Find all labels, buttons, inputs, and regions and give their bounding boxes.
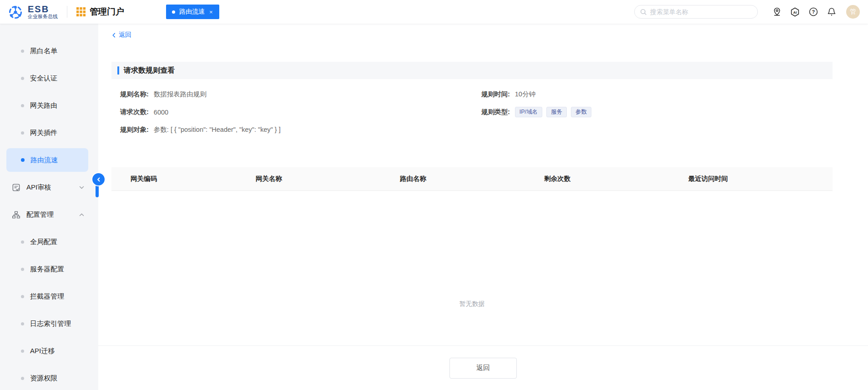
col-gateway-code: 网关编码 [111, 175, 256, 183]
rule-detail-panel: 请求数规则查看 规则名称: 数据报表路由规则 请求次数: 6000 规则对象: … [98, 39, 868, 345]
sidebar-item-route-speed-wrap: 路由流速 [0, 146, 98, 174]
sidebar-item-label: 路由流速 [30, 156, 58, 165]
main-area: 返回 请求数规则查看 规则名称: 数据报表路由规则 请求次数: 6000 [98, 24, 868, 390]
svg-text:?: ? [812, 9, 814, 15]
esb-logo: ESB 企业服务总线 [7, 4, 58, 20]
sidebar-item-route-speed[interactable]: 路由流速 [6, 148, 88, 172]
bullet-icon [21, 322, 24, 325]
search-icon [640, 9, 647, 15]
sidebar-item-interceptor-mgmt[interactable]: 拦截器管理 [0, 283, 98, 310]
field-label: 规则名称: [120, 90, 149, 99]
footer-bar: 返回 [98, 345, 868, 390]
sidebar-item-blacklist[interactable]: 黑白名单 [0, 37, 98, 65]
svg-text:AI: AI [793, 10, 797, 14]
sidebar-item-label: 资源权限 [30, 374, 57, 383]
help-icon[interactable]: ? [808, 7, 818, 17]
bullet-icon [21, 131, 24, 135]
bullet-icon [21, 158, 25, 162]
location-icon[interactable] [772, 7, 782, 17]
field-value: 数据报表路由规则 [154, 90, 207, 99]
app-header: ESB 企业服务总线 管理门户 路由流速 × [0, 0, 868, 24]
field-rule-object: 规则对象: 参数: [ { "position": "Header", "key… [120, 121, 481, 139]
col-remaining-count: 剩余次数 [544, 175, 688, 183]
bullet-icon [21, 295, 24, 298]
bullet-icon [21, 50, 24, 53]
return-button[interactable]: 返回 [449, 358, 517, 379]
sidebar-item-label: 安全认证 [30, 74, 57, 83]
back-link[interactable]: 返回 [111, 31, 131, 39]
header-divider [67, 6, 67, 18]
sidebar-item-api-migration[interactable]: API迁移 [0, 337, 98, 365]
field-rule-type: 规则类型: IP/域名 服务 参数 [481, 103, 833, 121]
esb-logo-icon [7, 4, 24, 20]
sidebar-item-server-config[interactable]: 服务器配置 [0, 255, 98, 283]
col-route-name: 路由名称 [400, 175, 544, 183]
bullet-icon [21, 240, 24, 244]
field-rule-name: 规则名称: 数据报表路由规则 [120, 85, 481, 103]
chevron-up-icon [79, 212, 85, 218]
rule-type-tag: 服务 [546, 107, 567, 117]
sidebar-item-label: 配置管理 [26, 210, 54, 219]
gateway-table: 网关编码 网关名称 路由名称 剩余次数 最近访问时间 暂无数据 [111, 167, 833, 308]
sidebar-item-security-auth[interactable]: 安全认证 [0, 65, 98, 92]
grid-icon [76, 7, 86, 16]
sidebar-item-label: 黑白名单 [30, 47, 57, 55]
rule-type-tag: IP/域名 [515, 107, 542, 117]
chevron-down-icon [79, 185, 85, 190]
logo-title: ESB [28, 5, 58, 14]
field-value: 10分钟 [515, 90, 535, 99]
config-sitemap-icon [12, 210, 20, 219]
sidebar-item-global-config[interactable]: 全局配置 [0, 228, 98, 255]
logo-subtitle: 企业服务总线 [28, 14, 58, 20]
api-audit-icon [12, 183, 20, 192]
sidebar-group-config-mgmt[interactable]: 配置管理 [0, 201, 98, 228]
sidebar-item-label: 日志索引管理 [30, 320, 71, 328]
section-header: 请求数规则查看 [111, 62, 833, 79]
sidebar-item-gateway-plugin[interactable]: 网关插件 [0, 119, 98, 146]
menu-search[interactable] [634, 5, 758, 19]
empty-state: 暂无数据 [111, 191, 833, 308]
bell-icon[interactable] [826, 7, 837, 17]
col-gateway-name: 网关名称 [256, 175, 400, 183]
portal-heading: 管理门户 [76, 6, 124, 18]
sidebar-item-label: 拦截器管理 [30, 292, 64, 301]
sidebar-item-label: 全局配置 [30, 238, 57, 246]
tab-active-dot-icon [172, 10, 175, 14]
sidebar-item-label: API迁移 [30, 347, 55, 355]
field-value: 6000 [154, 109, 168, 116]
field-request-count: 请求次数: 6000 [120, 103, 481, 121]
rule-type-tag: 参数 [571, 107, 591, 117]
ai-icon[interactable]: AI [790, 7, 800, 17]
portal-title: 管理门户 [90, 6, 124, 18]
col-last-access-time: 最近访问时间 [688, 175, 833, 183]
field-label: 规则类型: [481, 108, 510, 116]
section-title: 请求数规则查看 [124, 66, 175, 75]
bullet-icon [21, 104, 24, 107]
field-value: 参数: [ { "position": "Header", "key": "ke… [154, 125, 281, 134]
field-rule-time: 规则时间: 10分钟 [481, 85, 833, 103]
search-input[interactable] [650, 8, 752, 15]
sidebar-item-label: 网关插件 [30, 129, 57, 137]
tab-close-icon[interactable]: × [209, 9, 213, 15]
sidebar-item-label: 网关路由 [30, 101, 57, 110]
tab-route-speed[interactable]: 路由流速 × [166, 5, 219, 19]
avatar[interactable]: 管 [846, 5, 860, 19]
field-label: 规则时间: [481, 90, 510, 99]
tab-label: 路由流速 [179, 8, 205, 16]
sidebar-item-resource-permission[interactable]: 资源权限 [0, 365, 98, 390]
sidebar-collapse-icon[interactable] [92, 173, 105, 185]
sidebar-item-log-index-mgmt[interactable]: 日志索引管理 [0, 310, 98, 337]
section-marker [117, 66, 119, 75]
bullet-icon [21, 377, 24, 380]
back-link-label: 返回 [119, 31, 131, 39]
sidebar-item-label: API审核 [26, 183, 51, 192]
sidebar-group-api-audit[interactable]: API审核 [0, 174, 98, 201]
sidebar-item-gateway-route[interactable]: 网关路由 [0, 92, 98, 119]
field-label: 规则对象: [120, 125, 149, 134]
table-header-row: 网关编码 网关名称 路由名称 剩余次数 最近访问时间 [111, 167, 833, 191]
field-label: 请求次数: [120, 108, 149, 116]
bullet-icon [21, 268, 24, 271]
back-chevron-icon [111, 33, 116, 38]
rule-details: 规则名称: 数据报表路由规则 请求次数: 6000 规则对象: 参数: [ { … [111, 85, 833, 139]
bullet-icon [21, 77, 24, 80]
